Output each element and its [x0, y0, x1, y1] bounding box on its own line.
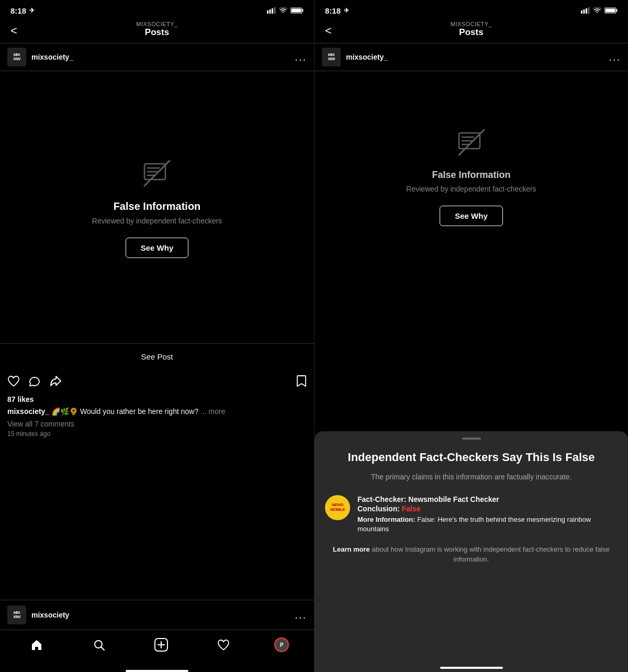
bottom-sheet: Independent Fact-Checkers Say This Is Fa…	[315, 431, 628, 672]
next-post-more[interactable]: ...	[295, 609, 307, 621]
nav-search-left[interactable]	[87, 635, 110, 654]
svg-rect-3	[274, 7, 276, 14]
back-button-right[interactable]: <	[325, 24, 332, 38]
svg-line-13	[101, 647, 104, 651]
next-post-avatar[interactable]: MIX XIW	[7, 606, 26, 624]
status-time-right: 8:18 ✈	[325, 6, 349, 15]
status-bar-right: 8:18 ✈	[315, 0, 628, 19]
status-bar-left: 8:18 ✈	[0, 0, 314, 19]
caption-username-left[interactable]: mixsociety_	[7, 407, 49, 416]
like-icon-left[interactable]	[7, 375, 20, 389]
nav-heart-left[interactable]	[212, 635, 235, 654]
false-info-subtitle-right: Reviewed by independent fact-checkers	[406, 185, 536, 193]
false-info-icon-right	[455, 126, 488, 161]
sheet-description: The primary claims in this information a…	[325, 472, 618, 483]
sheet-handle	[462, 438, 481, 440]
home-indicator-right	[440, 667, 503, 669]
signal-icon-left	[267, 7, 276, 14]
caption-emojis-left: 🌈🌿🌻	[51, 407, 78, 416]
nav-title-right: Posts	[459, 27, 483, 38]
wifi-icon-right	[593, 7, 601, 14]
likes-count-left: 87 likes	[7, 395, 307, 404]
post-content-left: False Information Reviewed by independen…	[0, 71, 314, 343]
post-avatar-right[interactable]: MIX XIW	[322, 48, 341, 66]
fact-more-info: More Information: False: Here's the trut…	[357, 515, 618, 534]
false-info-title-left: False Information	[114, 200, 201, 212]
fact-checker-name-label: Fact-Checker:	[357, 495, 406, 503]
bottom-nav-left: P	[0, 630, 314, 665]
false-info-title-right: False Information	[432, 170, 510, 181]
nav-home-left[interactable]	[25, 635, 48, 654]
location-icon-right: ✈	[344, 7, 349, 14]
see-why-button-right[interactable]: See Why	[440, 206, 503, 226]
fact-checker-row: NEWSMOBILE Fact-Checker: Newsmobile Fact…	[325, 495, 618, 534]
left-panel: 8:18 ✈ < MIXSOCIETY_	[0, 0, 314, 672]
fact-conclusion: Conclusion: False	[357, 505, 618, 513]
next-avatar-logo: MIX XIW	[13, 611, 20, 619]
false-info-icon-left	[140, 156, 174, 192]
nav-account-name-right: MIXSOCIETY_	[451, 21, 492, 27]
svg-rect-22	[616, 9, 618, 12]
svg-rect-17	[581, 10, 582, 14]
status-icons-right	[581, 7, 618, 14]
fact-checker-logo: NEWSMOBILE	[325, 495, 350, 520]
avatar-logo-left: MIX XIW	[13, 53, 20, 61]
post-caption-left: mixsociety_ 🌈🌿🌻 Would you rather be here…	[7, 407, 307, 417]
post-more-left[interactable]: ...	[295, 51, 307, 63]
svg-rect-0	[267, 10, 268, 14]
fact-checker-info: Fact-Checker: Newsmobile Fact Checker Co…	[357, 495, 618, 534]
post-details-left: 87 likes mixsociety_ 🌈🌿🌻 Would you rathe…	[0, 395, 314, 443]
sheet-title: Independent Fact-Checkers Say This Is Fa…	[325, 450, 618, 465]
view-comments-left[interactable]: View all 7 comments	[7, 420, 307, 428]
caption-more-left[interactable]: ... more	[200, 407, 225, 416]
nav-header-left: < MIXSOCIETY_ Posts	[0, 19, 314, 43]
location-icon-left: ✈	[29, 7, 35, 14]
svg-rect-1	[270, 9, 271, 14]
next-post-preview-left: MIX XIW mixsociety ...	[0, 600, 314, 630]
post-username-left[interactable]: mixsociety_	[31, 53, 295, 61]
svg-rect-2	[272, 8, 273, 14]
svg-rect-5	[302, 9, 304, 12]
see-why-button-left[interactable]: See Why	[126, 238, 189, 258]
post-content-right: False Information Reviewed by independen…	[315, 71, 628, 281]
learn-more-link[interactable]: Learn more	[333, 545, 370, 553]
back-button-left[interactable]: <	[10, 24, 17, 38]
post-time-left: 15 minutes ago	[7, 430, 307, 438]
false-info-subtitle-left: Reviewed by independent fact-checkers	[92, 217, 222, 225]
fact-checker-name-value: Newsmobile Fact Checker	[408, 495, 499, 503]
learn-more-body: about how Instagram is working with inde…	[372, 545, 610, 564]
nav-profile-left[interactable]: P	[274, 637, 289, 652]
learn-more-text: Learn more about how Instagram is workin…	[325, 544, 618, 565]
nav-header-right: < MIXSOCIETY_ Posts	[315, 19, 628, 43]
battery-icon-left	[290, 7, 304, 14]
nav-account-name-left: MIXSOCIETY_	[136, 21, 177, 27]
svg-rect-23	[605, 9, 615, 13]
comment-icon-left[interactable]	[28, 375, 41, 389]
nav-title-left: Posts	[145, 27, 169, 38]
svg-rect-19	[586, 8, 587, 14]
action-left-group	[7, 375, 296, 389]
conclusion-value: False	[402, 505, 421, 513]
battery-icon-right	[604, 7, 618, 14]
status-time-left: 8:18 ✈	[10, 6, 35, 15]
post-more-right[interactable]: ...	[609, 51, 621, 63]
see-post-row-left[interactable]: See Post	[0, 344, 314, 369]
post-header-left: MIX XIW mixsociety_ ...	[0, 43, 314, 71]
home-indicator-left	[126, 670, 188, 672]
post-header-right: MIX XIW mixsociety_ ...	[315, 43, 628, 71]
nav-add-left[interactable]	[150, 635, 173, 654]
fact-checker-name: Fact-Checker: Newsmobile Fact Checker	[357, 495, 618, 503]
share-icon-left[interactable]	[49, 375, 62, 389]
avatar-logo-right: MIX XIW	[328, 53, 335, 61]
wifi-icon-left	[279, 7, 287, 14]
next-post-username[interactable]: mixsociety	[31, 611, 295, 619]
svg-rect-6	[291, 9, 301, 13]
right-panel: 8:18 ✈ < MIXSOCIETY_	[314, 0, 628, 672]
svg-rect-20	[588, 7, 590, 14]
status-icons-left	[267, 7, 304, 14]
save-icon-left[interactable]	[296, 375, 307, 390]
action-bar-left	[0, 369, 314, 395]
signal-icon-right	[581, 7, 590, 14]
post-username-right[interactable]: mixsociety_	[346, 53, 609, 61]
post-avatar-left[interactable]: MIX XIW	[7, 48, 26, 66]
